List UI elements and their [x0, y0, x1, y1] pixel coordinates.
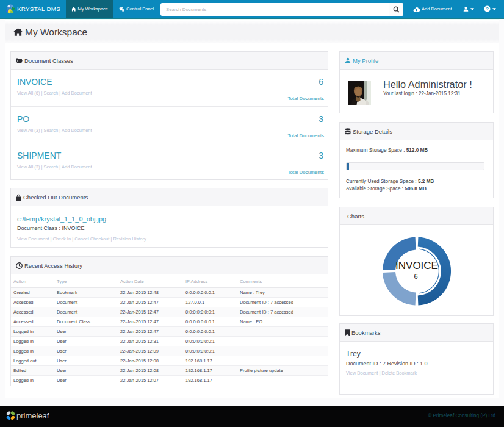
svg-text:6: 6	[414, 273, 417, 280]
svg-text:INVOICE: INVOICE	[395, 260, 438, 271]
svg-text:?: ?	[486, 6, 489, 12]
